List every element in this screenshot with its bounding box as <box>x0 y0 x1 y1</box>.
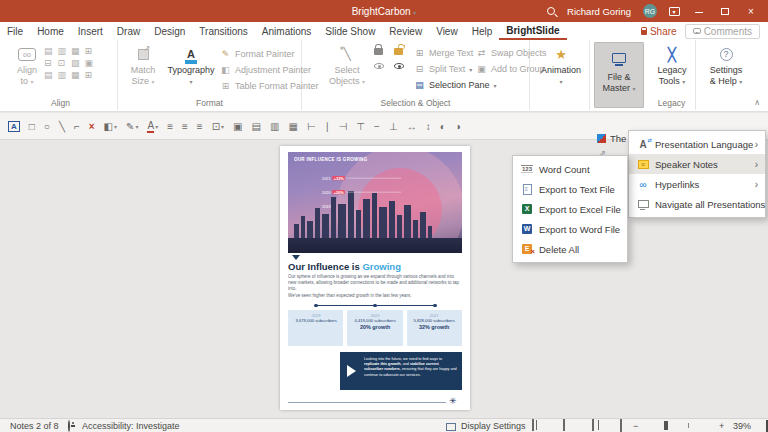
close-button[interactable]: × <box>744 6 758 17</box>
tab-animations[interactable]: Animations <box>255 24 318 39</box>
insert-text-box-icon[interactable]: A <box>8 121 20 132</box>
normal-view-icon[interactable] <box>532 419 534 431</box>
comments-button[interactable]: Comments <box>685 24 760 39</box>
zoom-slider-thumb[interactable] <box>664 421 668 430</box>
menu-item-export-word-file[interactable]: W Export to Word File <box>513 219 627 239</box>
tab-view[interactable]: View <box>429 24 465 39</box>
zoom-slider-tick <box>688 423 689 428</box>
match-size-button[interactable]: Match Size ▾ <box>120 43 166 88</box>
menu-item-delete-all[interactable]: E Delete All <box>513 239 627 259</box>
align-objects-right-icon[interactable]: ⊣ <box>339 121 348 132</box>
lock-icon <box>641 30 647 35</box>
file-and-master-button[interactable]: File & Master ▾ <box>594 42 644 108</box>
align-objects-left-icon[interactable]: ⊢ <box>307 121 316 132</box>
typography-button[interactable]: A Typography ▾ <box>164 43 218 88</box>
restore-button[interactable] <box>718 6 732 17</box>
collapse-ribbon-icon[interactable]: ∧ <box>754 98 760 107</box>
send-to-back-icon[interactable]: ▦ <box>288 121 297 132</box>
zoom-in-button[interactable]: + <box>719 421 724 431</box>
tab-design[interactable]: Design <box>147 24 192 39</box>
select-objects-button[interactable]: ╲ Select Objects ▾ <box>324 43 370 88</box>
bring-forward-icon[interactable]: ▣ <box>233 121 242 132</box>
monitor-icon <box>612 53 626 63</box>
resize-placeholder-icon[interactable]: ⊡▾ <box>212 121 224 132</box>
bring-to-front-icon[interactable]: ▥ <box>270 121 279 132</box>
tab-file[interactable]: File <box>0 24 30 39</box>
font-color-icon[interactable]: A▾ <box>147 120 158 133</box>
distribute-vertically-icon[interactable]: ↕ <box>426 121 431 132</box>
reading-view-icon[interactable] <box>592 419 594 431</box>
tab-slide-show[interactable]: Slide Show <box>318 24 382 39</box>
unlock-object-icon[interactable] <box>394 48 403 55</box>
share-button[interactable]: Share <box>641 26 677 37</box>
align-to-icon: oo <box>18 48 36 61</box>
group-format: Match Size ▾ A Typography ▾ ✎Format Pain… <box>118 40 302 110</box>
settings-help-button[interactable]: ? Settings & Help ▾ <box>703 43 749 88</box>
stat-cards: 2019 3,679,000 subscribers 2020 4,419,00… <box>288 310 462 346</box>
align-tools-grid[interactable]: ▤▥▦⊞ ⊟⊡▧▣ ▤▥▦⊞ <box>44 46 93 80</box>
outline-color-icon[interactable]: ✎▾ <box>126 121 138 132</box>
submenu-arrow-icon: › <box>755 179 758 190</box>
align-objects-middle-icon[interactable]: − <box>374 121 380 132</box>
navigate-presentations-icon <box>638 200 649 208</box>
table-format-painter-icon: ⊞ <box>220 81 231 91</box>
zoom-out-button[interactable]: − <box>633 421 638 431</box>
tab-review[interactable]: Review <box>382 24 429 39</box>
align-text-right-icon[interactable]: ≡ <box>197 121 203 132</box>
merge-shapes-subtract-icon[interactable]: ◑ <box>455 121 461 132</box>
insert-rectangle-icon[interactable]: □ <box>29 121 35 132</box>
hyperlinks-icon: ∞ <box>639 179 646 190</box>
tab-home[interactable]: Home <box>30 24 71 39</box>
submenu-arrow-icon: › <box>755 159 758 170</box>
insert-oval-icon[interactable]: ○ <box>44 121 50 132</box>
tab-insert[interactable]: Insert <box>71 24 110 39</box>
fill-color-icon[interactable]: ◧▾ <box>104 121 117 132</box>
accessibility-status[interactable]: Accessibility: Investigate <box>82 421 180 431</box>
show-object-icon[interactable] <box>394 63 404 69</box>
group-selection-object: ╲ Select Objects ▾ ⊞Merge Text ⊟Split Te… <box>302 40 530 110</box>
animation-button[interactable]: ★ Animation ▾ <box>538 43 584 88</box>
tab-help[interactable]: Help <box>465 24 500 39</box>
menu-item-navigate-all-presentations[interactable]: Navigate all Presentations <box>629 194 765 214</box>
minimize-button[interactable] <box>692 6 706 17</box>
zoom-level[interactable]: 39% <box>733 421 751 431</box>
distribute-horizontally-icon[interactable]: ↔ <box>407 121 417 132</box>
menu-item-export-excel-file[interactable]: X Export to Excel File <box>513 199 627 219</box>
slide-sorter-view-icon[interactable] <box>563 419 565 431</box>
menu-item-word-count[interactable]: 123 Word Count <box>513 159 627 179</box>
send-backward-icon[interactable]: ▤ <box>252 121 261 132</box>
lock-object-icon[interactable] <box>374 48 383 55</box>
avatar[interactable]: RG <box>643 4 657 18</box>
menu-item-export-text-file[interactable]: Export to Text File <box>513 179 627 199</box>
tab-draw[interactable]: Draw <box>110 24 147 39</box>
merge-shapes-union-icon[interactable]: ◐ <box>440 121 446 132</box>
align-text-center-icon[interactable]: ≡ <box>182 121 188 132</box>
insert-line-icon[interactable]: ╲ <box>59 121 65 132</box>
slide[interactable]: OUR INFLUENCE IS GROWING 2021+32% 2020+2… <box>280 146 470 410</box>
menu-item-speaker-notes[interactable]: ≡ Speaker Notes › <box>629 154 765 174</box>
menu-item-presentation-language[interactable]: A Presentation Language › <box>629 134 765 154</box>
account-name[interactable]: Richard Goring <box>567 6 631 17</box>
file-master-menu-partial-item[interactable]: The <box>597 133 626 144</box>
tab-transitions[interactable]: Transitions <box>192 24 255 39</box>
align-objects-top-icon[interactable]: ⊤ <box>356 121 365 132</box>
display-settings-button[interactable]: Display Settings <box>461 421 526 431</box>
display-settings-icon <box>446 423 456 431</box>
ribbon-display-options-icon[interactable] <box>669 7 680 16</box>
hide-object-icon[interactable] <box>374 63 384 69</box>
menu-item-hyperlinks[interactable]: ∞ Hyperlinks › <box>629 174 765 194</box>
tab-brightslide[interactable]: BrightSlide <box>499 23 566 40</box>
chevron-down-icon: ▾ <box>413 10 416 16</box>
delete-placeholders-icon[interactable]: × <box>89 121 95 132</box>
insert-connector-icon[interactable]: ⌐ <box>74 121 80 132</box>
group-legacy: ╳ Legacy Tools ▾ Legacy <box>648 40 696 110</box>
footer-logo-icon: ✳ <box>449 396 457 406</box>
align-objects-bottom-icon[interactable]: ⊥ <box>389 121 398 132</box>
search-icon[interactable] <box>547 7 555 15</box>
selection-pane-button[interactable]: ▤Selection Pane ▾ <box>414 77 497 93</box>
slide-show-icon[interactable] <box>620 419 622 432</box>
align-objects-center-icon[interactable]: ∣ <box>325 121 330 132</box>
legacy-tools-button[interactable]: ╳ Legacy Tools ▾ <box>649 43 695 88</box>
slide-number-indicator[interactable]: Notes 2 of 8 <box>10 421 59 431</box>
align-text-left-icon[interactable]: ≡ <box>167 121 173 132</box>
